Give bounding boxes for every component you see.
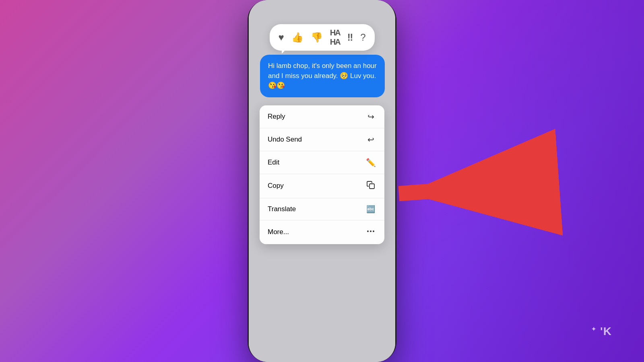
more-label: More... xyxy=(268,228,289,236)
menu-item-more[interactable]: More... xyxy=(260,220,384,244)
watermark-prefix: ✦ xyxy=(591,326,597,332)
translate-label: Translate xyxy=(268,205,296,213)
menu-item-undo-send[interactable]: Undo Send ↩ xyxy=(260,128,384,151)
phone-screen: ♥ 👍 👎 HAHA ‼ ? Hi lamb chop, it's only b… xyxy=(249,0,395,362)
svg-point-2 xyxy=(370,230,372,232)
thumbsdown-reaction[interactable]: 👎 xyxy=(311,32,323,43)
undo-send-icon: ↩ xyxy=(365,135,376,144)
context-menu: Reply ↩ Undo Send ↩ Edit ✏️ Copy xyxy=(260,105,384,244)
edit-icon: ✏️ xyxy=(365,158,376,167)
menu-item-translate[interactable]: Translate 🔤 xyxy=(260,198,384,220)
exclamation-reaction[interactable]: ‼ xyxy=(347,32,353,43)
heart-reaction[interactable]: ♥ xyxy=(279,32,284,43)
menu-item-copy[interactable]: Copy xyxy=(260,174,384,198)
phone-inner: ♥ 👍 👎 HAHA ‼ ? Hi lamb chop, it's only b… xyxy=(249,0,395,362)
phone-frame: ♥ 👍 👎 HAHA ‼ ? Hi lamb chop, it's only b… xyxy=(249,0,395,362)
background-overlay xyxy=(354,0,644,362)
watermark: ✦ 'K xyxy=(591,325,612,338)
message-bubble: Hi lamb chop, it's only been an hour and… xyxy=(260,55,385,97)
message-text: Hi lamb chop, it's only been an hour and… xyxy=(268,61,377,91)
more-icon xyxy=(365,227,376,238)
reply-label: Reply xyxy=(268,113,285,121)
menu-item-edit[interactable]: Edit ✏️ xyxy=(260,151,384,174)
copy-icon xyxy=(365,181,376,191)
copy-label: Copy xyxy=(268,182,284,190)
thumbsup-reaction[interactable]: 👍 xyxy=(291,32,303,43)
reply-icon: ↩ xyxy=(365,112,376,121)
undo-send-label: Undo Send xyxy=(268,136,302,144)
phone-device: ♥ 👍 👎 HAHA ‼ ? Hi lamb chop, it's only b… xyxy=(248,0,396,362)
question-reaction[interactable]: ? xyxy=(360,32,365,43)
edit-label: Edit xyxy=(268,158,279,167)
translate-icon: 🔤 xyxy=(365,205,376,214)
menu-item-reply[interactable]: Reply ↩ xyxy=(260,105,384,128)
reaction-bar: ♥ 👍 👎 HAHA ‼ ? xyxy=(270,24,375,51)
svg-point-3 xyxy=(373,230,374,232)
svg-rect-0 xyxy=(369,184,374,189)
svg-point-1 xyxy=(367,230,369,232)
haha-reaction[interactable]: HAHA xyxy=(330,28,340,47)
watermark-text: 'K xyxy=(600,325,612,337)
